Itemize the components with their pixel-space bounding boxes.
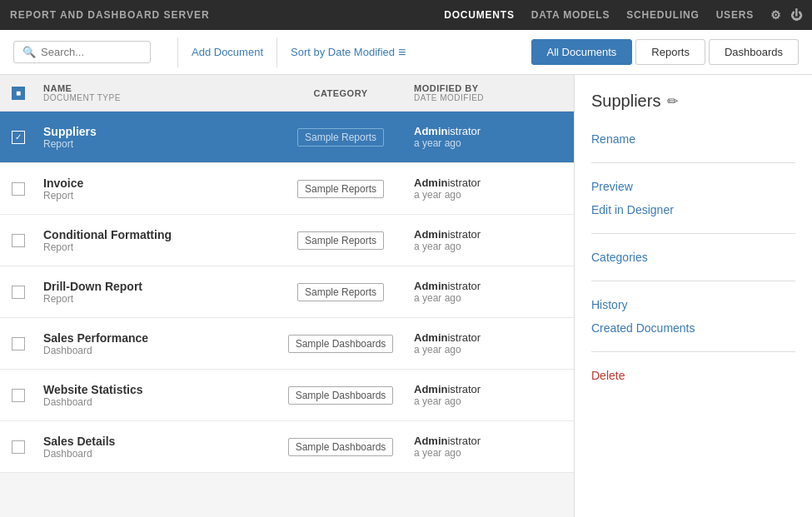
search-input[interactable] — [41, 46, 149, 58]
col-name-header: NAME DOCUMENT TYPE — [37, 83, 274, 102]
doc-info-invoice: Invoice Report — [37, 176, 274, 201]
panel-divider-4 — [591, 351, 795, 352]
doc-name: Conditional Formatting — [43, 228, 267, 241]
table-row[interactable]: Drill-Down Report Report Sample Reports … — [0, 266, 574, 318]
doc-modified-drill-down-report: Administrator a year ago — [407, 280, 574, 304]
col-type-label: DOCUMENT TYPE — [43, 93, 267, 102]
category-badge: Sample Reports — [297, 283, 384, 301]
top-navigation: REPORT AND DASHBOARD SERVER DOCUMENTS DA… — [0, 0, 812, 30]
doc-info-conditional-formatting: Conditional Formatting Report — [37, 228, 274, 253]
row-checkbox-conditional-formatting[interactable] — [12, 234, 25, 247]
panel-divider-1 — [591, 162, 795, 163]
row-checkbox-col — [0, 286, 37, 299]
table-row[interactable]: Sales Details Dashboard Sample Dashboard… — [0, 421, 574, 473]
row-checkbox-suppliers[interactable]: ✓ — [12, 131, 25, 144]
right-panel: Suppliers ✏ Rename Preview Edit in Desig… — [575, 75, 812, 517]
table-row[interactable]: Conditional Formatting Report Sample Rep… — [0, 215, 574, 266]
doc-info-website-statistics: Website Statistics Dashboard — [37, 383, 274, 408]
edit-in-designer-action[interactable]: Edit in Designer — [591, 198, 795, 221]
edit-pencil-icon[interactable]: ✏ — [667, 93, 678, 109]
doc-category-website-statistics: Sample Dashboards — [274, 386, 407, 405]
doc-name: Sales Performance — [43, 331, 267, 345]
nav-data-models[interactable]: DATA MODELS — [531, 9, 610, 21]
row-checkbox-invoice[interactable] — [12, 182, 25, 196]
doc-type: Dashboard — [43, 345, 267, 356]
search-box[interactable]: 🔍 — [13, 41, 151, 63]
tab-all-documents[interactable]: All Documents — [531, 39, 633, 65]
doc-type: Dashboard — [43, 396, 267, 408]
doc-name: Drill-Down Report — [43, 280, 267, 293]
col-name-label: NAME — [43, 83, 267, 93]
panel-document-title: Suppliers — [591, 92, 660, 111]
categories-action[interactable]: Categories — [591, 246, 795, 269]
doc-type: Report — [43, 190, 267, 201]
doc-type: Dashboard — [43, 448, 267, 460]
doc-category-drill-down-report: Sample Reports — [274, 283, 407, 301]
doc-type: Report — [43, 293, 267, 305]
doc-modified-sales-performance: Administrator a year ago — [407, 331, 574, 355]
sort-label: Sort by Date Modified — [291, 46, 395, 58]
nav-icons: ⚙ ⏻ — [770, 8, 802, 22]
created-documents-action[interactable]: Created Documents — [591, 316, 795, 340]
doc-modified-invoice: Administrator a year ago — [407, 176, 574, 201]
gear-icon[interactable]: ⚙ — [770, 8, 782, 22]
doc-category-conditional-formatting: Sample Reports — [274, 231, 407, 250]
document-list: ■ NAME DOCUMENT TYPE CATEGORY MODIFIED B… — [0, 75, 575, 517]
toolbar-divider-1 — [177, 37, 178, 67]
table-row[interactable]: Invoice Report Sample Reports Administra… — [0, 163, 574, 215]
doc-type: Report — [43, 241, 267, 253]
nav-users[interactable]: USERS — [716, 9, 754, 21]
doc-name: Sales Details — [43, 435, 267, 448]
mod-date: a year ago — [414, 292, 567, 304]
doc-modified-suppliers: Administrator a year ago — [407, 125, 574, 149]
tab-reports[interactable]: Reports — [635, 39, 705, 65]
add-document-button[interactable]: Add Document — [192, 46, 263, 58]
mod-date: a year ago — [414, 241, 567, 252]
row-checkbox-sales-performance[interactable] — [12, 337, 25, 350]
history-action[interactable]: History — [591, 293, 795, 316]
select-all-checkbox[interactable]: ■ — [12, 87, 25, 100]
row-checkbox-col — [0, 337, 37, 350]
doc-category-invoice: Sample Reports — [274, 180, 407, 198]
tab-dashboards[interactable]: Dashboards — [709, 39, 799, 65]
doc-category-suppliers: Sample Reports — [274, 128, 407, 147]
row-checkbox-website-statistics[interactable] — [12, 389, 25, 402]
mod-date: a year ago — [414, 344, 567, 355]
doc-name: Website Statistics — [43, 383, 267, 396]
row-checkbox-sales-details[interactable] — [12, 440, 25, 454]
category-badge: Sample Dashboards — [288, 386, 394, 405]
search-icon: 🔍 — [22, 46, 36, 58]
mod-date: a year ago — [414, 189, 567, 201]
rename-action[interactable]: Rename — [591, 127, 795, 151]
doc-info-suppliers: Suppliers Report — [37, 125, 274, 150]
doc-info-sales-details: Sales Details Dashboard — [37, 435, 274, 460]
delete-action[interactable]: Delete — [591, 364, 795, 387]
mod-user: Administrator — [414, 125, 567, 137]
sort-icon: ≡ — [398, 45, 406, 60]
table-row[interactable]: Sales Performance Dashboard Sample Dashb… — [0, 318, 574, 370]
doc-name: Suppliers — [43, 125, 267, 138]
doc-info-sales-performance: Sales Performance Dashboard — [37, 331, 274, 356]
doc-name: Invoice — [43, 176, 267, 190]
sort-button[interactable]: Sort by Date Modified ≡ — [291, 45, 406, 60]
category-badge: Sample Reports — [297, 180, 384, 198]
table-row[interactable]: Website Statistics Dashboard Sample Dash… — [0, 370, 574, 421]
mod-user: Administrator — [414, 280, 567, 292]
preview-action[interactable]: Preview — [591, 175, 795, 198]
doc-type: Report — [43, 138, 267, 150]
panel-divider-2 — [591, 233, 795, 234]
row-checkbox-col: ✓ — [0, 131, 37, 144]
nav-scheduling[interactable]: SCHEDULING — [626, 9, 699, 21]
table-row[interactable]: ✓ Suppliers Report Sample Reports Admini… — [0, 112, 574, 163]
power-icon[interactable]: ⏻ — [790, 8, 803, 22]
doc-category-sales-details: Sample Dashboards — [274, 438, 407, 456]
mod-user: Administrator — [414, 176, 567, 189]
nav-documents[interactable]: DOCUMENTS — [444, 9, 515, 21]
mod-date: a year ago — [414, 137, 567, 149]
panel-divider-3 — [591, 281, 795, 281]
panel-title: Suppliers ✏ — [591, 92, 795, 111]
row-checkbox-drill-down-report[interactable] — [12, 286, 25, 299]
app-title: REPORT AND DASHBOARD SERVER — [10, 9, 444, 21]
category-badge: Sample Reports — [297, 231, 384, 250]
doc-info-drill-down-report: Drill-Down Report Report — [37, 280, 274, 305]
